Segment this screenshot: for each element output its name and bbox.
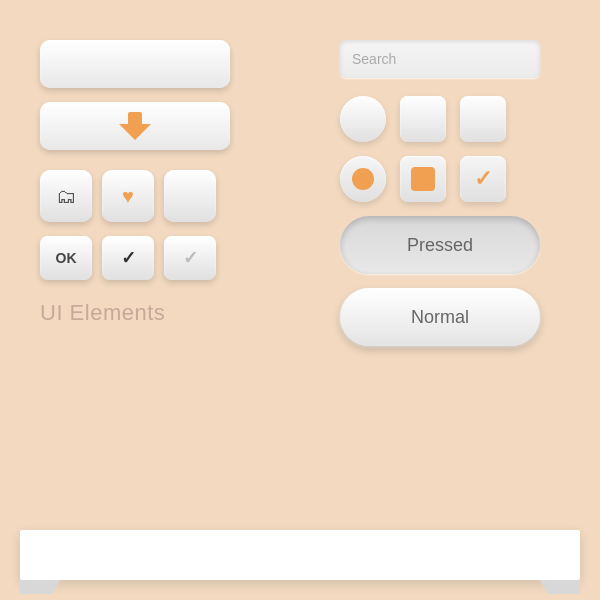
check-dark-button[interactable]: ✓ (102, 236, 154, 280)
bottom-banner (20, 530, 580, 580)
ok-label: OK (56, 250, 77, 266)
checkbox-unselected-2[interactable] (460, 96, 506, 142)
heart-button[interactable]: ♥ (102, 170, 154, 222)
check-light-icon: ✓ (183, 247, 198, 269)
checkbox-unselected[interactable] (400, 96, 446, 142)
pressed-button[interactable]: Pressed (340, 216, 540, 274)
search-placeholder: Search (352, 51, 396, 67)
blank-button[interactable] (164, 170, 216, 222)
folder-icon: 🗂 (56, 185, 76, 208)
download-button[interactable] (40, 102, 230, 150)
unselected-toggles-row (340, 96, 560, 142)
right-column: Search ✓ Pressed Normal (340, 40, 560, 346)
main-container: 🗂 ♥ OK ✓ ✓ UI Elements Search (0, 0, 600, 600)
check-dark-icon: ✓ (121, 247, 136, 269)
normal-label: Normal (411, 307, 469, 328)
ui-elements-label: UI Elements (40, 300, 280, 326)
checkbox-selected[interactable] (400, 156, 446, 202)
arrow-down-icon (119, 112, 151, 140)
selected-toggles-row: ✓ (340, 156, 560, 202)
left-column: 🗂 ♥ OK ✓ ✓ UI Elements (40, 40, 280, 326)
check-light-button[interactable]: ✓ (164, 236, 216, 280)
heart-icon: ♥ (122, 185, 134, 208)
pressed-label: Pressed (407, 235, 473, 256)
folder-button[interactable]: 🗂 (40, 170, 92, 222)
ok-button[interactable]: OK (40, 236, 92, 280)
icon-buttons-row: 🗂 ♥ (40, 170, 280, 222)
checkbox-inner-fill (411, 167, 435, 191)
checkmark-selected[interactable]: ✓ (460, 156, 506, 202)
normal-button[interactable]: Normal (340, 288, 540, 346)
radio-unselected[interactable] (340, 96, 386, 142)
small-buttons-row: OK ✓ ✓ (40, 236, 280, 280)
radio-selected[interactable] (340, 156, 386, 202)
check-orange-icon: ✓ (474, 166, 492, 192)
plain-button[interactable] (40, 40, 230, 88)
search-input[interactable]: Search (340, 40, 540, 78)
radio-inner-dot (352, 168, 374, 190)
